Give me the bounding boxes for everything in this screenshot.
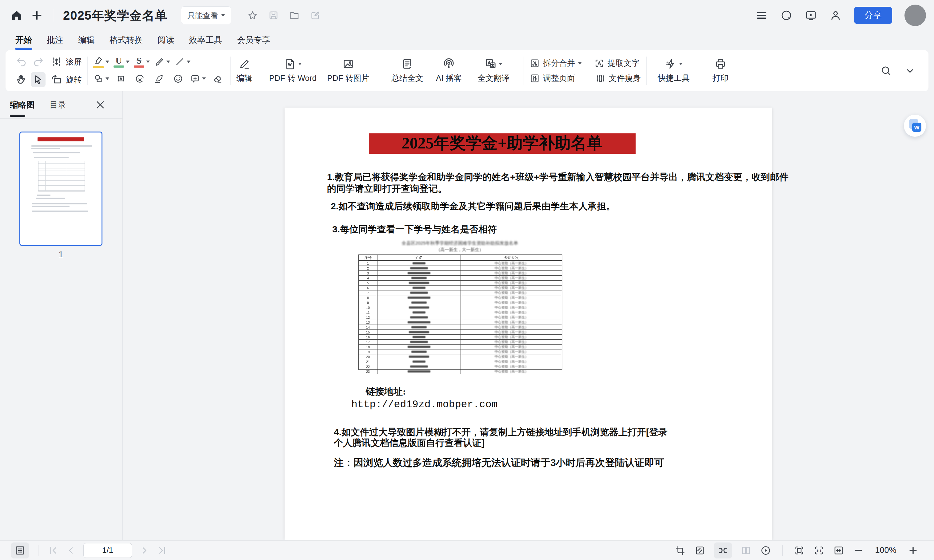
hamburger-menu-icon[interactable] bbox=[756, 9, 768, 22]
tab-start[interactable]: 开始 bbox=[15, 32, 32, 47]
collapse-toolbar-chevron-icon[interactable] bbox=[904, 65, 916, 77]
rename-edit-icon[interactable] bbox=[310, 10, 321, 21]
scanned-table-image: 全县区2025年秋季学期经济困难学生资助补助拟发放名单 （高一新生，大一新生） … bbox=[358, 240, 562, 370]
zoom-out-button[interactable] bbox=[853, 545, 864, 556]
redo-button[interactable] bbox=[31, 54, 46, 69]
quick-tools-label: 快捷工具 bbox=[658, 73, 690, 84]
search-icon[interactable] bbox=[880, 65, 892, 77]
chevron-down-icon bbox=[187, 60, 190, 63]
zoom-in-button[interactable] bbox=[908, 545, 919, 556]
shape-tool[interactable] bbox=[93, 74, 109, 84]
word-w-icon: w bbox=[912, 123, 922, 132]
eraser-tool[interactable] bbox=[210, 71, 225, 86]
edit-mode-button[interactable]: 编辑 bbox=[236, 58, 252, 84]
textbox-tool[interactable] bbox=[114, 71, 128, 86]
continuous-scroll-view-button[interactable] bbox=[714, 543, 732, 558]
extract-text-button[interactable]: 提取文字 bbox=[594, 58, 639, 69]
presentation-play-button[interactable] bbox=[760, 545, 771, 556]
rotate-button[interactable]: 旋转 bbox=[51, 74, 82, 86]
ai-podcast-button[interactable]: AI 播客 bbox=[429, 58, 469, 84]
toggle-thumbnail-panel-button[interactable] bbox=[11, 543, 29, 558]
underline-tool[interactable]: U bbox=[114, 56, 130, 68]
star-icon[interactable] bbox=[247, 10, 258, 21]
line-tool[interactable] bbox=[174, 57, 190, 67]
pdf-to-word-button[interactable]: PDF 转 Word bbox=[264, 58, 322, 84]
document-title: 2025年奖学金名单 bbox=[63, 7, 167, 24]
adjust-page-button[interactable]: 调整页面 bbox=[530, 73, 583, 84]
new-tab-plus-icon[interactable] bbox=[31, 9, 43, 22]
tab-read[interactable]: 阅读 bbox=[157, 32, 175, 47]
save-icon[interactable] bbox=[268, 10, 279, 21]
status-bar: 1/1 1:1 100% bbox=[0, 540, 934, 560]
pdf-to-image-button[interactable]: PDF 转图片 bbox=[322, 58, 374, 84]
scroll-screen-label: 滚屏 bbox=[66, 57, 82, 67]
scan-col-header: 序号 bbox=[359, 255, 377, 260]
video-tutorial-icon[interactable] bbox=[805, 9, 817, 22]
strikethrough-glyph: S bbox=[137, 56, 142, 65]
comment-plus-icon bbox=[190, 74, 200, 84]
sidebar-tab-outline[interactable]: 目录 bbox=[49, 99, 66, 110]
translate-button[interactable]: 全文翻译 bbox=[469, 58, 518, 84]
lightning-icon bbox=[665, 58, 677, 70]
next-page-button[interactable] bbox=[139, 545, 150, 556]
avatar[interactable] bbox=[905, 5, 926, 26]
scroll-screen-icon bbox=[51, 55, 63, 68]
fit-page-button[interactable] bbox=[794, 545, 805, 556]
select-cursor-button[interactable] bbox=[31, 72, 46, 87]
tab-edit[interactable]: 编辑 bbox=[77, 32, 96, 47]
split-merge-button[interactable]: 拆分合并 bbox=[530, 58, 582, 69]
pdf-to-word-label: PDF 转 Word bbox=[269, 73, 316, 84]
rotate-icon bbox=[51, 74, 63, 86]
fit-width-button[interactable] bbox=[833, 545, 844, 556]
previous-page-button[interactable] bbox=[66, 545, 77, 556]
hand-tool-button[interactable] bbox=[14, 72, 29, 87]
emoji-stamp-tool[interactable] bbox=[171, 71, 185, 86]
comment-tool[interactable] bbox=[190, 74, 206, 84]
strikethrough-tool[interactable]: S bbox=[134, 56, 150, 68]
view-mode-dropdown[interactable]: 只能查看 bbox=[181, 6, 232, 24]
scroll-screen-button[interactable]: 滚屏 bbox=[51, 55, 82, 68]
scribble-circle-tool[interactable] bbox=[133, 71, 147, 86]
share-button[interactable]: 分享 bbox=[854, 7, 892, 24]
print-button[interactable]: 打印 bbox=[707, 58, 734, 84]
signature-quill-tool[interactable] bbox=[152, 71, 167, 86]
close-sidebar-icon[interactable] bbox=[94, 98, 107, 111]
actual-size-button[interactable]: 1:1 bbox=[814, 545, 824, 556]
slim-file-icon bbox=[595, 73, 606, 84]
pdf-page[interactable]: 2025年奖学金+助学补助名单 1.教育局已将获得奖学金和助学金同学的姓名+班级… bbox=[284, 108, 772, 540]
highlight-tool[interactable] bbox=[93, 55, 109, 68]
pen-tool[interactable] bbox=[154, 57, 170, 67]
first-page-button[interactable] bbox=[48, 545, 59, 556]
chevron-down-icon bbox=[679, 63, 683, 65]
tab-convert[interactable]: 格式转换 bbox=[109, 32, 144, 47]
tab-annotate[interactable]: 批注 bbox=[46, 32, 64, 47]
last-page-button[interactable] bbox=[157, 545, 168, 556]
two-page-view-button[interactable] bbox=[741, 545, 752, 556]
underline-glyph: U bbox=[116, 56, 122, 65]
page-background-button[interactable] bbox=[694, 545, 706, 556]
floating-word-assistant-button[interactable]: w bbox=[904, 115, 926, 137]
tab-efficiency-tools[interactable]: 效率工具 bbox=[188, 32, 223, 47]
sidebar-tab-thumbnails[interactable]: 缩略图 bbox=[10, 99, 35, 110]
scan-title-blurred: 全县区2025年秋季学期经济困难学生资助补助拟发放名单 bbox=[358, 240, 562, 246]
edit-label: 编辑 bbox=[236, 73, 252, 84]
chevron-down-icon bbox=[578, 62, 582, 65]
help-icon[interactable] bbox=[780, 9, 792, 22]
document-canvas[interactable]: 2025年奖学金+助学补助名单 1.教育局已将获得奖学金和助学金同学的姓名+班级… bbox=[123, 91, 934, 540]
page-thumbnail[interactable] bbox=[19, 132, 102, 246]
undo-button[interactable] bbox=[14, 54, 29, 69]
split-merge-label: 拆分合并 bbox=[543, 58, 575, 69]
home-icon[interactable] bbox=[11, 9, 23, 22]
doc-paragraph-2: 2.如不查询造成后续领取助学金及其它学籍问题后果由学生本人承担。 bbox=[331, 200, 615, 212]
summarize-button[interactable]: 总结全文 bbox=[386, 58, 429, 84]
quick-tools-button[interactable]: 快捷工具 bbox=[652, 58, 695, 84]
crop-page-button[interactable] bbox=[675, 545, 686, 556]
zoom-level[interactable]: 100% bbox=[872, 546, 899, 555]
folder-icon[interactable] bbox=[289, 10, 299, 21]
account-icon[interactable] bbox=[829, 9, 842, 22]
tab-member[interactable]: 会员专享 bbox=[236, 32, 271, 47]
slim-file-button[interactable]: 文件瘦身 bbox=[595, 73, 641, 84]
doc-paragraph-4: 4.如文件过大导致图片模糊打不开，请复制上方链接地址到手机浏览器上打开[登录 个… bbox=[334, 427, 668, 448]
page-indicator-input[interactable]: 1/1 bbox=[83, 543, 132, 558]
extract-text-icon bbox=[594, 58, 605, 69]
